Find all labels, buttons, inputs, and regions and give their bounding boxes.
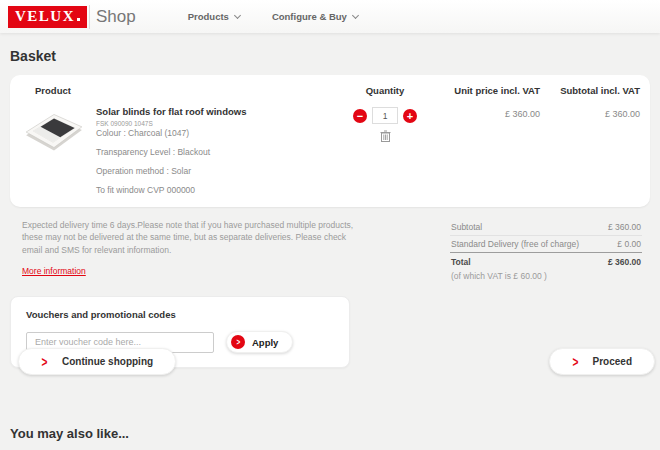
product-cell: Solar blinds for flat roof windows FSK 0…	[20, 104, 335, 195]
arrow-right-icon: >	[231, 335, 245, 349]
more-information-link[interactable]: More information	[22, 265, 86, 277]
delivery-info: Expected delivery time 6 days.Please not…	[22, 219, 367, 282]
arrow-right-icon: >	[572, 353, 578, 371]
totals-delivery-row: Standard Delivery (free of charge) £ 0.0…	[450, 236, 642, 253]
proceed-button[interactable]: > Proceed	[549, 348, 655, 375]
quantity-decrease-button[interactable]: −	[353, 109, 367, 123]
chevron-down-icon	[234, 11, 241, 18]
product-transparency: Transparency Level : Blackout	[96, 147, 246, 157]
apply-voucher-button[interactable]: > Apply	[226, 331, 293, 353]
chevron-down-icon	[352, 11, 359, 18]
totals-total-row: Total £ 360.00	[450, 253, 642, 270]
totals-subtotal-label: Subtotal	[451, 222, 482, 232]
voucher-title: Vouchers and promotional codes	[26, 309, 334, 320]
product-operation: Operation method : Solar	[96, 166, 246, 176]
basket-table-header: Product Quantity Unit price incl. VAT Su…	[10, 75, 650, 104]
header-unit-price: Unit price incl. VAT	[435, 85, 540, 96]
continue-shopping-label: Continue shopping	[62, 356, 153, 367]
totals-subtotal-value: £ 360.00	[608, 222, 641, 232]
subtotal-value: £ 360.00	[540, 104, 640, 119]
main-nav: Products Configure & Buy	[188, 11, 358, 22]
vat-note: (of which VAT is £ 60.00 )	[450, 270, 642, 282]
product-image	[22, 104, 86, 158]
you-may-also-like-title: You may also like...	[10, 426, 129, 441]
minus-icon: −	[357, 110, 363, 122]
totals-delivery-label: Standard Delivery (free of charge)	[451, 239, 579, 249]
totals-delivery-value: £ 0.00	[617, 239, 641, 249]
product-fit: To fit window CVP 000000	[96, 185, 246, 195]
totals-subtotal-row: Subtotal £ 360.00	[450, 219, 642, 236]
velux-logo-text: VELUX	[15, 8, 75, 25]
summary-section: Expected delivery time 6 days.Please not…	[10, 219, 650, 282]
quantity-increase-button[interactable]: +	[403, 109, 417, 123]
header-quantity: Quantity	[335, 85, 435, 96]
velux-logo-dot	[77, 18, 80, 21]
continue-shopping-button[interactable]: > Continue shopping	[18, 348, 176, 375]
unit-price-value: £ 360.00	[435, 104, 540, 119]
totals-total-value: £ 360.00	[608, 257, 641, 267]
nav-item-configure-buy-label: Configure & Buy	[272, 11, 347, 22]
logo-divider	[89, 5, 90, 29]
page-title: Basket	[10, 48, 650, 64]
nav-item-products-label: Products	[188, 11, 229, 22]
product-name: Solar blinds for flat roof windows	[96, 106, 246, 117]
top-header: VELUX Shop Products Configure & Buy	[0, 0, 660, 33]
quantity-input[interactable]	[372, 107, 398, 124]
proceed-label: Proceed	[593, 356, 632, 367]
header-subtotal: Subtotal incl. VAT	[540, 85, 640, 96]
product-colour: Colour : Charcoal (1047)	[96, 128, 246, 138]
totals-total-label: Total	[451, 257, 471, 267]
product-details: Solar blinds for flat roof windows FSK 0…	[96, 104, 246, 195]
apply-button-label: Apply	[252, 337, 278, 348]
basket-card: Product Quantity Unit price incl. VAT Su…	[10, 75, 650, 207]
header-product: Product	[20, 85, 335, 96]
product-sku: FSK 090090 1047S	[96, 120, 246, 127]
nav-item-configure-buy[interactable]: Configure & Buy	[272, 11, 358, 22]
arrow-right-icon: >	[42, 353, 48, 371]
delivery-text: Expected delivery time 6 days.Please not…	[22, 220, 353, 255]
quantity-cell: − +	[335, 104, 435, 142]
shop-label: Shop	[96, 7, 136, 27]
nav-item-products[interactable]: Products	[188, 11, 240, 22]
velux-logo[interactable]: VELUX	[8, 6, 87, 28]
plus-icon: +	[407, 110, 413, 122]
basket-item-row: Solar blinds for flat roof windows FSK 0…	[10, 104, 650, 195]
order-totals: Subtotal £ 360.00 Standard Delivery (fre…	[450, 219, 642, 282]
quantity-stepper: − +	[353, 107, 417, 124]
trash-icon[interactable]	[380, 130, 391, 142]
